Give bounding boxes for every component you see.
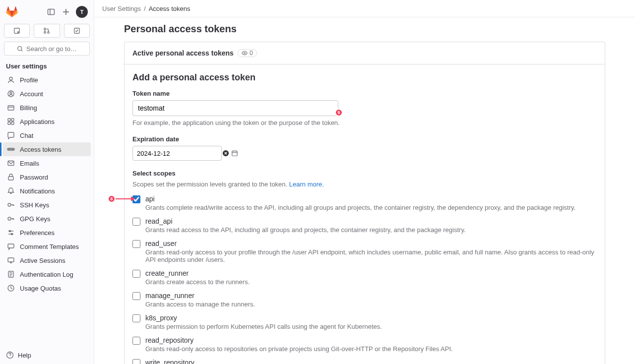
scope-manage_runner: manage_runnerGrants access to manage the… — [132, 292, 597, 308]
sidebar-item-account[interactable]: Account — [3, 87, 91, 101]
token-name-label: Token name — [132, 90, 597, 97]
sidebar-item-preferences[interactable]: Preferences — [3, 226, 91, 240]
scope-name: read_user — [145, 240, 597, 247]
help-button[interactable]: Help — [0, 346, 94, 364]
svg-point-22 — [8, 149, 9, 150]
avatar[interactable]: T — [76, 6, 88, 18]
svg-line-11 — [21, 50, 22, 51]
sidebar-item-authentication-log[interactable]: Authentication Log — [3, 267, 91, 281]
plus-icon[interactable] — [61, 7, 71, 17]
search-input[interactable]: Search or go to… — [4, 42, 90, 56]
scope-read_repository: read_repositoryGrants read-only access t… — [132, 336, 597, 353]
svg-point-12 — [9, 77, 12, 80]
scope-read_api: read_apiGrants read access to the API, i… — [132, 217, 597, 234]
sidebar-item-gpg-keys[interactable]: GPG Keys — [3, 212, 91, 226]
scope-desc: Grants read access to the API, including… — [145, 226, 466, 234]
active-tokens-header: Active personal access tokens — [132, 49, 234, 57]
sidebar-item-chat[interactable]: Chat — [3, 128, 91, 142]
scope-desc: Grants read-only access to your profile … — [145, 248, 597, 263]
sidebar-item-label: SSH Keys — [20, 201, 49, 209]
svg-point-24 — [12, 149, 13, 150]
token-name-input[interactable] — [132, 100, 338, 116]
token-name-help: For example, the application using the t… — [132, 119, 597, 126]
sessions-icon — [7, 256, 15, 264]
svg-point-7 — [44, 32, 46, 34]
scope-checkbox-k8s_proxy[interactable] — [132, 314, 140, 322]
comment-icon — [7, 243, 15, 250]
preferences-icon — [7, 229, 15, 237]
scope-name: api — [145, 195, 575, 203]
sidebar-item-notifications[interactable]: Notifications — [3, 184, 91, 198]
billing-icon — [7, 104, 15, 112]
sidebar-item-applications[interactable]: Applications — [3, 115, 91, 128]
quota-icon — [7, 284, 15, 292]
scope-checkbox-read_user[interactable] — [132, 240, 140, 248]
scope-checkbox-read_api[interactable] — [132, 218, 140, 226]
sidebar-item-comment-templates[interactable]: Comment Templates — [3, 240, 91, 253]
svg-rect-17 — [8, 119, 10, 121]
merge-requests-button[interactable] — [34, 24, 60, 38]
breadcrumb-parent[interactable]: User Settings — [102, 5, 141, 12]
expiration-label: Expiration date — [132, 135, 597, 143]
scope-desc: Grants read-only access to repositories … — [145, 345, 453, 353]
search-placeholder: Search or go to… — [26, 45, 77, 53]
sidebar-item-ssh-keys[interactable]: SSH Keys — [3, 198, 91, 212]
sidebar-item-label: Active Sessions — [20, 257, 65, 264]
annotation-arrow — [115, 198, 134, 199]
calendar-icon[interactable] — [231, 149, 238, 157]
collapse-sidebar-icon[interactable] — [46, 7, 56, 17]
sidebar-item-usage-quotas[interactable]: Usage Quotas — [3, 281, 91, 295]
svg-rect-33 — [8, 244, 14, 248]
scope-k8s_proxy: k8s_proxyGrants permission to perform Ku… — [132, 314, 597, 330]
sidebar-item-label: Authentication Log — [20, 271, 73, 278]
scopes-desc: Scopes set the permission levels granted… — [132, 181, 324, 188]
todos-button[interactable] — [64, 24, 90, 38]
help-label: Help — [18, 352, 31, 359]
scope-write_repository: write_repositoryGrants read-write access… — [132, 359, 597, 364]
learn-more-link[interactable]: Learn more. — [289, 181, 324, 188]
svg-point-6 — [44, 28, 46, 30]
svg-rect-20 — [11, 122, 14, 124]
scope-name: manage_runner — [145, 292, 255, 300]
sidebar: T Search or go to… User settings Profile… — [0, 0, 94, 364]
form-title: Add a personal access token — [132, 72, 597, 83]
active-tokens-count-badge: 0 — [238, 49, 257, 57]
scope-name: write_repository — [145, 359, 431, 364]
scope-read_user: read_userGrants read-only access to your… — [132, 240, 597, 263]
annotation-6: 6 — [108, 195, 116, 203]
scope-desc: Grants access to manage the runners. — [145, 301, 255, 308]
issues-button[interactable] — [4, 24, 30, 38]
sidebar-item-password[interactable]: Password — [3, 170, 91, 184]
sidebar-item-emails[interactable]: Emails — [3, 156, 91, 170]
sidebar-item-label: Profile — [20, 76, 38, 84]
search-icon — [17, 46, 23, 52]
scope-checkbox-create_runner[interactable] — [132, 270, 140, 278]
sidebar-item-label: Usage Quotas — [20, 285, 61, 292]
scope-checkbox-write_repository[interactable] — [132, 359, 140, 364]
svg-rect-26 — [8, 177, 13, 180]
breadcrumb: User Settings / Access tokens — [94, 0, 635, 17]
help-icon — [6, 351, 14, 359]
email-icon — [7, 159, 15, 167]
svg-point-14 — [10, 92, 12, 94]
password-icon — [7, 173, 15, 181]
gitlab-logo[interactable] — [6, 6, 18, 18]
eye-icon — [242, 50, 248, 56]
svg-rect-43 — [232, 151, 238, 156]
sidebar-item-active-sessions[interactable]: Active Sessions — [3, 253, 91, 267]
svg-rect-15 — [8, 106, 14, 110]
sidebar-item-billing[interactable]: Billing — [3, 101, 91, 115]
scope-desc: Grants permission to perform Kubernetes … — [145, 323, 382, 330]
breadcrumb-current: Access tokens — [149, 5, 190, 12]
expiration-input-wrap[interactable] — [132, 146, 222, 161]
clear-date-icon[interactable] — [222, 149, 229, 157]
expiration-input[interactable] — [137, 150, 220, 157]
sidebar-item-label: GPG Keys — [20, 215, 50, 223]
sidebar-item-access-tokens[interactable]: Access tokens — [3, 142, 91, 156]
scope-checkbox-manage_runner[interactable] — [132, 292, 140, 300]
sidebar-item-profile[interactable]: Profile — [3, 73, 91, 87]
annotation-5: 5 — [335, 109, 343, 117]
sidebar-item-label: Access tokens — [20, 146, 62, 153]
scope-checkbox-read_repository[interactable] — [132, 337, 140, 345]
sidebar-item-label: Password — [20, 174, 48, 181]
